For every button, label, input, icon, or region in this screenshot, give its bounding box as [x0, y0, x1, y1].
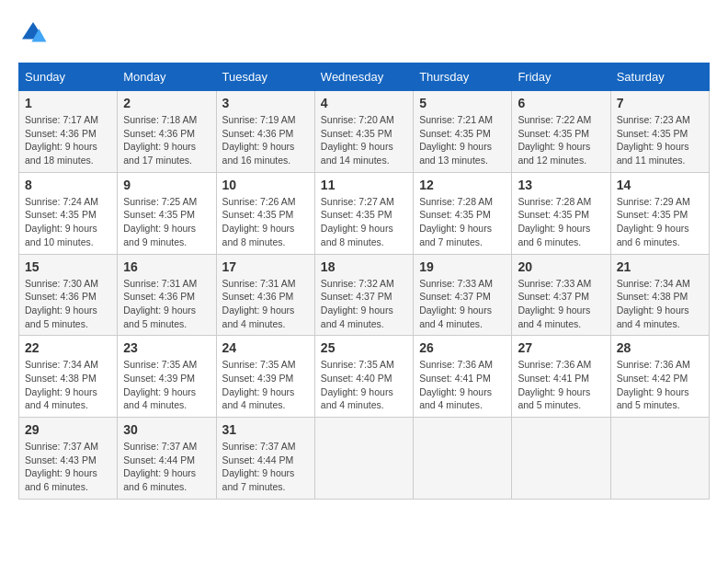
cell-info: Sunrise: 7:32 AMSunset: 4:37 PMDaylight:… — [321, 277, 407, 331]
day-number: 14 — [617, 178, 703, 192]
table-cell: 21Sunrise: 7:34 AMSunset: 4:38 PMDayligh… — [610, 254, 709, 336]
day-number: 10 — [222, 178, 309, 192]
cell-info: Sunrise: 7:25 AMSunset: 4:35 PMDaylight:… — [123, 195, 210, 249]
day-number: 1 — [25, 96, 111, 110]
table-cell: 4Sunrise: 7:20 AMSunset: 4:35 PMDaylight… — [314, 91, 413, 173]
cell-info: Sunrise: 7:35 AMSunset: 4:39 PMDaylight:… — [123, 358, 210, 412]
cell-info: Sunrise: 7:37 AMSunset: 4:43 PMDaylight:… — [25, 440, 111, 494]
day-number: 17 — [222, 259, 309, 274]
cell-info: Sunrise: 7:31 AMSunset: 4:36 PMDaylight:… — [222, 277, 309, 331]
cell-info: Sunrise: 7:24 AMSunset: 4:35 PMDaylight:… — [25, 195, 111, 249]
table-cell: 24Sunrise: 7:35 AMSunset: 4:39 PMDayligh… — [216, 336, 314, 418]
calendar-body: 1Sunrise: 7:17 AMSunset: 4:36 PMDaylight… — [19, 91, 710, 500]
day-number: 31 — [222, 422, 309, 437]
table-cell: 20Sunrise: 7:33 AMSunset: 4:37 PMDayligh… — [512, 254, 610, 336]
table-cell: 17Sunrise: 7:31 AMSunset: 4:36 PMDayligh… — [216, 254, 314, 336]
day-number: 15 — [25, 259, 111, 274]
cell-info: Sunrise: 7:28 AMSunset: 4:35 PMDaylight:… — [419, 195, 506, 249]
header-row: Sunday Monday Tuesday Wednesday Thursday… — [19, 63, 710, 91]
col-wednesday: Wednesday — [314, 63, 413, 91]
cell-info: Sunrise: 7:36 AMSunset: 4:41 PMDaylight:… — [419, 358, 506, 412]
cell-info: Sunrise: 7:31 AMSunset: 4:36 PMDaylight:… — [123, 277, 210, 331]
col-friday: Friday — [512, 63, 610, 91]
cell-info: Sunrise: 7:26 AMSunset: 4:35 PMDaylight:… — [222, 195, 309, 249]
cell-info: Sunrise: 7:22 AMSunset: 4:35 PMDaylight:… — [518, 113, 604, 167]
day-number: 13 — [518, 178, 604, 192]
table-cell: 27Sunrise: 7:36 AMSunset: 4:41 PMDayligh… — [512, 336, 610, 418]
col-tuesday: Tuesday — [216, 63, 314, 91]
cell-info: Sunrise: 7:36 AMSunset: 4:41 PMDaylight:… — [518, 358, 604, 412]
table-cell — [314, 418, 413, 500]
table-cell: 2Sunrise: 7:18 AMSunset: 4:36 PMDaylight… — [118, 91, 216, 173]
day-number: 2 — [123, 96, 210, 110]
day-number: 6 — [518, 96, 604, 110]
logo — [18, 18, 51, 48]
day-number: 27 — [518, 340, 604, 355]
table-row: 8Sunrise: 7:24 AMSunset: 4:35 PMDaylight… — [19, 172, 710, 254]
day-number: 11 — [321, 178, 407, 192]
day-number: 23 — [123, 340, 210, 355]
col-thursday: Thursday — [414, 63, 512, 91]
day-number: 9 — [123, 178, 210, 192]
day-number: 20 — [518, 259, 604, 274]
table-cell — [414, 418, 512, 500]
day-number: 21 — [617, 259, 703, 274]
day-number: 30 — [123, 422, 210, 437]
col-monday: Monday — [118, 63, 216, 91]
day-number: 7 — [617, 96, 703, 110]
table-cell: 9Sunrise: 7:25 AMSunset: 4:35 PMDaylight… — [118, 172, 216, 254]
table-row: 29Sunrise: 7:37 AMSunset: 4:43 PMDayligh… — [19, 418, 710, 500]
logo-icon — [18, 18, 48, 48]
day-number: 19 — [419, 259, 506, 274]
table-cell: 18Sunrise: 7:32 AMSunset: 4:37 PMDayligh… — [314, 254, 413, 336]
cell-info: Sunrise: 7:30 AMSunset: 4:36 PMDaylight:… — [25, 277, 111, 331]
table-cell: 15Sunrise: 7:30 AMSunset: 4:36 PMDayligh… — [19, 254, 118, 336]
table-cell: 16Sunrise: 7:31 AMSunset: 4:36 PMDayligh… — [118, 254, 216, 336]
table-cell: 10Sunrise: 7:26 AMSunset: 4:35 PMDayligh… — [216, 172, 314, 254]
cell-info: Sunrise: 7:27 AMSunset: 4:35 PMDaylight:… — [321, 195, 407, 249]
cell-info: Sunrise: 7:18 AMSunset: 4:36 PMDaylight:… — [123, 113, 210, 167]
table-cell: 19Sunrise: 7:33 AMSunset: 4:37 PMDayligh… — [414, 254, 512, 336]
table-cell: 23Sunrise: 7:35 AMSunset: 4:39 PMDayligh… — [118, 336, 216, 418]
calendar-table: Sunday Monday Tuesday Wednesday Thursday… — [18, 63, 710, 500]
table-cell: 12Sunrise: 7:28 AMSunset: 4:35 PMDayligh… — [414, 172, 512, 254]
table-cell — [610, 418, 709, 500]
day-number: 16 — [123, 259, 210, 274]
cell-info: Sunrise: 7:17 AMSunset: 4:36 PMDaylight:… — [25, 113, 111, 167]
day-number: 22 — [25, 340, 111, 355]
cell-info: Sunrise: 7:20 AMSunset: 4:35 PMDaylight:… — [321, 113, 407, 167]
table-cell: 11Sunrise: 7:27 AMSunset: 4:35 PMDayligh… — [314, 172, 413, 254]
page-header — [18, 18, 710, 48]
day-number: 5 — [419, 96, 506, 110]
cell-info: Sunrise: 7:34 AMSunset: 4:38 PMDaylight:… — [617, 277, 703, 331]
table-cell: 1Sunrise: 7:17 AMSunset: 4:36 PMDaylight… — [19, 91, 118, 173]
table-cell: 26Sunrise: 7:36 AMSunset: 4:41 PMDayligh… — [414, 336, 512, 418]
day-number: 28 — [617, 340, 703, 355]
day-number: 3 — [222, 96, 309, 110]
cell-info: Sunrise: 7:35 AMSunset: 4:39 PMDaylight:… — [222, 358, 309, 412]
table-cell: 30Sunrise: 7:37 AMSunset: 4:44 PMDayligh… — [118, 418, 216, 500]
table-cell — [512, 418, 610, 500]
cell-info: Sunrise: 7:36 AMSunset: 4:42 PMDaylight:… — [617, 358, 703, 412]
cell-info: Sunrise: 7:33 AMSunset: 4:37 PMDaylight:… — [419, 277, 506, 331]
table-cell: 14Sunrise: 7:29 AMSunset: 4:35 PMDayligh… — [610, 172, 709, 254]
cell-info: Sunrise: 7:28 AMSunset: 4:35 PMDaylight:… — [518, 195, 604, 249]
table-row: 15Sunrise: 7:30 AMSunset: 4:36 PMDayligh… — [19, 254, 710, 336]
cell-info: Sunrise: 7:35 AMSunset: 4:40 PMDaylight:… — [321, 358, 407, 412]
table-cell: 31Sunrise: 7:37 AMSunset: 4:44 PMDayligh… — [216, 418, 314, 500]
cell-info: Sunrise: 7:37 AMSunset: 4:44 PMDaylight:… — [222, 440, 309, 494]
table-cell: 6Sunrise: 7:22 AMSunset: 4:35 PMDaylight… — [512, 91, 610, 173]
cell-info: Sunrise: 7:37 AMSunset: 4:44 PMDaylight:… — [123, 440, 210, 494]
table-row: 1Sunrise: 7:17 AMSunset: 4:36 PMDaylight… — [19, 91, 710, 173]
table-row: 22Sunrise: 7:34 AMSunset: 4:38 PMDayligh… — [19, 336, 710, 418]
table-cell: 13Sunrise: 7:28 AMSunset: 4:35 PMDayligh… — [512, 172, 610, 254]
day-number: 8 — [25, 178, 111, 192]
table-cell: 28Sunrise: 7:36 AMSunset: 4:42 PMDayligh… — [610, 336, 709, 418]
day-number: 24 — [222, 340, 309, 355]
cell-info: Sunrise: 7:29 AMSunset: 4:35 PMDaylight:… — [617, 195, 703, 249]
table-cell: 25Sunrise: 7:35 AMSunset: 4:40 PMDayligh… — [314, 336, 413, 418]
calendar-header: Sunday Monday Tuesday Wednesday Thursday… — [19, 63, 710, 91]
day-number: 4 — [321, 96, 407, 110]
table-cell: 8Sunrise: 7:24 AMSunset: 4:35 PMDaylight… — [19, 172, 118, 254]
table-cell: 22Sunrise: 7:34 AMSunset: 4:38 PMDayligh… — [19, 336, 118, 418]
